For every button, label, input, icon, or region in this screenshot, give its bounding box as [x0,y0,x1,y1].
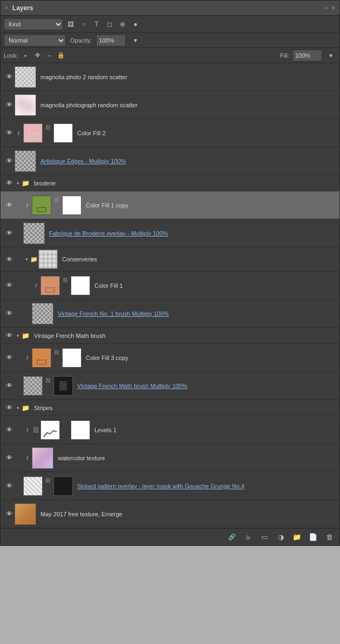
group-name: Stripes [34,405,336,411]
layer-name: magnolia photograph random scatter [40,102,336,108]
layer-thumbnail [32,303,53,324]
layer-thumbnail [15,150,36,172]
group-folder-icon: 📁 [21,331,30,340]
layer-name: May 2017 free texture, Emerge [40,511,336,517]
group-row[interactable]: 👁 ▾ 📁 Vintage French Math brush [1,328,339,344]
adjust-filter-icon[interactable]: ⊕ [117,19,128,30]
bottom-bar: 🔗 fx ▭ ◑ 📁 📄 🗑 [1,528,339,545]
layer-thumbnail-stripe [23,476,43,496]
group-row[interactable]: 👁 ▾ 📁 broderie [1,175,339,191]
layer-thumbnail [32,447,53,469]
visibility-icon[interactable]: 👁 [4,453,15,463]
adjustment-icon[interactable]: ◑ [275,531,287,543]
layer-thumbnail-mask [62,348,81,368]
layer-thumbnail-base [23,376,43,396]
delete-layer-icon[interactable]: 🗑 [323,531,335,543]
text-filter-icon[interactable]: T [91,19,102,30]
layer-thumbnail-mask [62,196,81,215]
dot-filter-icon[interactable]: ● [130,19,141,30]
chain-link-icon: ⛓ [44,376,52,385]
lock-size-icon[interactable]: ↔ [45,51,53,60]
fill-input[interactable] [293,50,322,61]
layer-thumbnail-mask [53,123,73,143]
table-row[interactable]: 👁 magnolia photo 2 random scatter [1,63,339,91]
layer-thumbnail-white [71,420,90,440]
table-row[interactable]: 👁 Vintage French No. 1 brush Multiply 10… [1,300,339,328]
layer-name: Vintage French Math brush Multiply 100% [77,383,336,389]
group-fold-icon[interactable]: ▾ [15,405,21,411]
panel-title: Layers [12,4,33,12]
new-group-icon[interactable]: 📁 [291,531,303,543]
title-bar-left: × Layers [5,4,33,12]
mask-icon[interactable]: ▭ [259,531,270,543]
group-row[interactable]: 👁 ▾ 📁 Conserveries [1,247,339,272]
table-row[interactable]: 👁 ƒ ⛓ Color Fill 1 copy [1,191,339,219]
visibility-icon[interactable]: 👁 [4,509,15,520]
group-folder-icon: 📁 [21,179,30,188]
menu-icon[interactable]: ≡ [332,5,335,11]
chain-link-icon: ⛓ [52,196,61,204]
table-row[interactable]: 👁 ƒ ⛓ Color Fill 2 [1,119,339,147]
table-row[interactable]: 👁 magnolia photograph random scatter [1,91,339,119]
group-name: Conserveries [62,256,336,262]
table-row[interactable]: 👁 May 2017 free texture, Emerge [1,500,339,528]
shape-filter-icon[interactable]: ◻ [104,19,115,30]
visibility-icon[interactable]: 👁 [4,228,15,239]
link-icon[interactable]: 🔗 [226,531,238,543]
fx-badge: ƒ [23,426,32,434]
new-layer-icon[interactable]: 📄 [307,531,319,543]
visibility-icon[interactable]: 👁 [4,308,15,319]
layer-name: Color Fill 1 [94,282,336,289]
visibility-icon[interactable]: 👁 [4,380,15,391]
opacity-arrow-icon[interactable]: ▾ [130,35,141,46]
table-row[interactable]: 👁 Artistique Edges - Multiply 100% [1,147,339,175]
table-row[interactable]: 👁 ⛓ Striped pattern overlay - layer mask… [1,472,339,500]
close-icon[interactable]: × [5,5,8,11]
layer-name: Color Fill 2 [77,130,336,136]
visibility-icon[interactable]: 👁 [4,178,15,189]
group-fold-icon[interactable]: ▾ [15,180,21,186]
visibility-icon[interactable]: 👁 [4,425,15,435]
visibility-icon[interactable]: 👁 [4,128,15,139]
visibility-icon[interactable]: 👁 [4,403,15,413]
visibility-icon[interactable]: 👁 [4,280,15,291]
layer-thumbnail-pair: ⛓ [32,196,81,215]
fill-arrow-icon[interactable]: ▾ [325,50,336,61]
lock-pixels-icon[interactable]: ▪ [21,51,30,60]
table-row[interactable]: 👁 ⛓ Vintage French Math brush Multiply 1… [1,372,339,400]
visibility-icon[interactable]: 👁 [4,72,15,82]
layer-thumbnail-pair: ⛓ [23,123,73,143]
image-filter-icon[interactable]: 🖼 [65,19,76,30]
lock-move-icon[interactable]: ✥ [33,51,42,60]
blend-row: Normal Multiply Screen Opacity: ▾ [1,33,339,48]
table-row[interactable]: 👁 ƒ ⛓ Color Fill 3 copy [1,344,339,372]
circle-filter-icon[interactable]: ○ [78,19,89,30]
visibility-icon[interactable]: 👁 [4,100,15,110]
visibility-icon[interactable]: 👁 [4,200,15,211]
table-row[interactable]: 👁 ƒ ⛓ Levels 1 [1,416,339,444]
visibility-icon[interactable]: 👁 [4,254,15,265]
layer-thumbnail [15,503,36,525]
collapse-icon[interactable]: « [325,5,328,11]
visibility-icon[interactable]: 👁 [4,481,15,491]
visibility-icon[interactable]: 👁 [4,156,15,167]
chain-link-icon: ⛓ [61,276,70,285]
group-thumbnail [38,250,58,269]
group-fold-icon[interactable]: ▾ [15,333,21,339]
group-folder-icon: 📁 [30,255,38,264]
visibility-icon[interactable]: 👁 [4,352,15,363]
table-row[interactable]: 👁 Fabrique de Broderie overlay - Multipl… [1,219,339,247]
table-row[interactable]: 👁 ƒ ⛓ Color Fill 1 [1,272,339,300]
group-row[interactable]: 👁 ▾ 📁 Stripes [1,400,339,416]
blend-mode-select[interactable]: Normal Multiply Screen [4,34,66,46]
fx-icon[interactable]: fx [242,531,254,543]
layer-name: watercolor texture [58,455,336,461]
lock-all-icon[interactable]: 🔒 [57,51,65,60]
group-fold-icon[interactable]: ▾ [23,256,30,262]
layer-thumbnail-mask [53,476,73,496]
table-row[interactable]: 👁 ƒ watercolor texture [1,444,339,472]
kind-select[interactable]: Kind [4,18,63,30]
opacity-input[interactable] [96,34,126,46]
chain-link-icon: ⛓ [44,123,52,132]
visibility-icon[interactable]: 👁 [4,330,15,341]
